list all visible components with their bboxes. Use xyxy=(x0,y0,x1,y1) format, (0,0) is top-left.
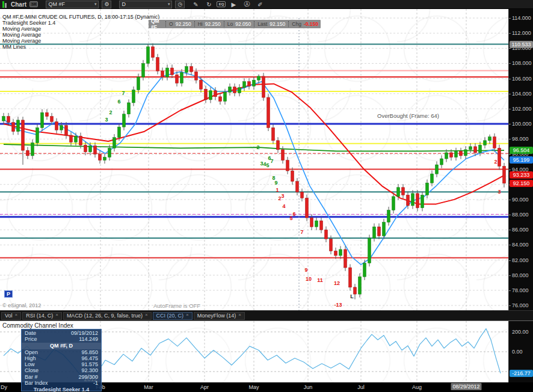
candle-body xyxy=(176,75,179,83)
price-tick-label: 88.000 xyxy=(509,212,533,218)
candle-body xyxy=(416,194,419,208)
tooltip-row-value: 95.850 xyxy=(81,349,98,355)
tick-mark xyxy=(509,48,511,49)
candle-body xyxy=(7,117,10,123)
quote-separator xyxy=(165,21,166,27)
tick-mark xyxy=(509,154,511,155)
candle-body xyxy=(368,238,371,263)
price-axis[interactable]: 114.000112.000110.000108.000106.000104.0… xyxy=(508,9,533,310)
time-template-button[interactable]: ◷ xyxy=(175,1,185,8)
candle-body xyxy=(55,121,58,130)
candle-body xyxy=(180,73,183,84)
tick-mark xyxy=(509,170,511,170)
interval-select[interactable]: D ▾ xyxy=(119,1,172,8)
candle-body xyxy=(411,194,414,206)
legend-line: MM Lines xyxy=(2,44,159,50)
candle-body xyxy=(195,72,198,80)
seeker-mark: 3 xyxy=(281,193,284,199)
close-icon[interactable]: × xyxy=(15,312,18,317)
tick-mark xyxy=(509,260,511,261)
month-label-jul: Jul xyxy=(357,384,365,390)
study-tab-vol[interactable]: Vol× xyxy=(1,312,21,320)
candle-body xyxy=(17,120,20,132)
p-badge[interactable]: P xyxy=(4,290,13,298)
quote-separator xyxy=(194,21,195,27)
study-tab-cci[interactable]: CCI (20, C)× xyxy=(153,312,193,320)
study-tab-macd[interactable]: MACD (12, 26, C, 9, false, true)× xyxy=(63,312,152,320)
autoframe-status: AutoFrame is OFF xyxy=(153,302,200,309)
close-icon[interactable]: × xyxy=(238,312,241,317)
candle-body xyxy=(103,157,106,160)
candle-body xyxy=(205,89,208,100)
cci-tick-label: 0.00 xyxy=(509,349,533,355)
month-label-mar: Mar xyxy=(144,384,153,390)
price-tick-label: 80.000 xyxy=(509,272,533,278)
seeker-mark: 9 xyxy=(304,267,307,273)
study-tab-rsi[interactable]: RSI (14, C)× xyxy=(22,312,62,320)
close-icon[interactable]: × xyxy=(186,312,189,317)
price-tick-label: 98.000 xyxy=(509,136,533,142)
close-icon[interactable]: × xyxy=(145,312,148,317)
candle-body xyxy=(484,141,487,145)
gear-icon: ⚙ xyxy=(104,1,109,7)
chevron-down-icon: ▾ xyxy=(94,2,97,7)
seeker-mark: 2 xyxy=(494,159,497,165)
study-tab-label: CCI (20, C) xyxy=(156,313,184,319)
price-tick-label: 106.000 xyxy=(509,76,533,82)
candle-body xyxy=(200,80,203,89)
seeker-mark: 7 xyxy=(300,229,303,235)
price-badge: 95.199 xyxy=(510,156,533,164)
candle-body xyxy=(156,57,159,71)
candle-body xyxy=(161,71,164,77)
quote-field-value: -0.150 xyxy=(304,21,318,27)
candle-body xyxy=(65,126,68,135)
date-badge: 08/29/2012 xyxy=(451,383,481,390)
pencil-icon: ✎ xyxy=(193,1,198,8)
time-axis-left-text: Dy xyxy=(1,384,7,390)
grid-lines xyxy=(0,9,508,310)
candle-body xyxy=(440,159,443,165)
pencil-button[interactable]: ✎ xyxy=(190,1,201,8)
symbol-settings-button[interactable]: ⚙ xyxy=(102,1,111,8)
candle-body xyxy=(12,123,15,132)
candle-body xyxy=(108,148,111,157)
tooltip-row-label: Bar # xyxy=(25,374,38,380)
candle-body xyxy=(291,171,294,182)
candle-body xyxy=(421,195,424,207)
month-label-may: May xyxy=(248,384,259,390)
tooltip-row-value: 09/19/2012 xyxy=(71,330,98,336)
seeker-mark: 9 xyxy=(274,180,277,186)
chart-window: Chart SR QM #F ▾ ⚙ D ▾ ◷ ✎↻EQ▶Ⓐ✐ 2367234… xyxy=(0,0,533,392)
candle-body xyxy=(41,112,44,127)
price-plot-area[interactable]: 23672345678912345679101112-13L23 QM #F,E… xyxy=(0,9,508,310)
play-button[interactable]: ▶ xyxy=(228,1,239,8)
tick-mark xyxy=(509,275,511,276)
close-icon[interactable]: × xyxy=(55,312,58,317)
candle-body xyxy=(22,120,25,150)
price-tick-label: 84.000 xyxy=(509,242,533,248)
symbol-select[interactable]: QM #F ▾ xyxy=(46,1,99,8)
candle-body xyxy=(253,80,256,86)
auto-button[interactable]: Ⓐ xyxy=(241,1,252,8)
price-tick-label: 102.000 xyxy=(509,106,533,112)
equalizer-bubble-button[interactable]: EQ xyxy=(217,1,226,7)
indicator-axis[interactable]: 200.000.00-216.77 xyxy=(508,321,533,383)
candle-body xyxy=(248,82,251,87)
candle-body xyxy=(214,91,217,97)
candle-body xyxy=(219,97,222,102)
candle-body xyxy=(89,146,92,152)
candle-body xyxy=(243,82,246,88)
candle-body xyxy=(325,230,328,239)
candle-body xyxy=(330,239,333,251)
tooltip-row-value: 96.475 xyxy=(81,355,98,361)
replay-button[interactable]: ↻ xyxy=(203,1,214,8)
seeker-mark: L xyxy=(350,293,354,299)
candle-body xyxy=(349,268,352,287)
marker-button[interactable]: ✐ xyxy=(254,1,265,8)
tick-mark xyxy=(509,200,511,200)
study-tab-moneyflow[interactable]: MoneyFlow (14)× xyxy=(194,312,245,320)
candle-body xyxy=(503,167,506,183)
legend-line: Moving Average xyxy=(2,32,159,38)
seeker-mark: 3 xyxy=(105,117,108,123)
candle-body xyxy=(137,77,140,90)
